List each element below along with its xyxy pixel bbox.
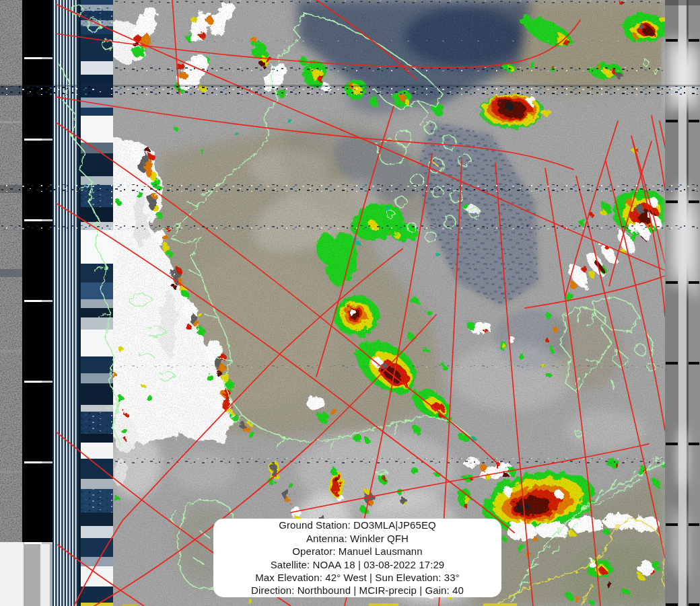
apt-satellite-image bbox=[0, 0, 700, 606]
info-line-antenna: Antenna: Winkler QFH bbox=[213, 532, 501, 545]
info-line-satellite: Satellite: NOAA 18 | 03-08-2022 17:29 bbox=[213, 558, 501, 571]
satellite-image-viewer: Ground Station: DO3MLA|JP65EQ Antenna: W… bbox=[0, 0, 700, 606]
info-line-ground-station: Ground Station: DO3MLA|JP65EQ bbox=[213, 519, 501, 531]
bottom-left-white-bar bbox=[0, 542, 24, 606]
info-line-elevation: Max Elevation: 42° West | Sun Elevation:… bbox=[213, 571, 501, 584]
info-line-operator: Operator: Manuel Lausmann bbox=[213, 545, 501, 558]
info-line-direction: Direction: Northbound | MCIR-precip | Ga… bbox=[213, 584, 501, 597]
pass-info-overlay: Ground Station: DO3MLA|JP65EQ Antenna: W… bbox=[213, 519, 501, 597]
sync-black-column bbox=[22, 0, 53, 542]
